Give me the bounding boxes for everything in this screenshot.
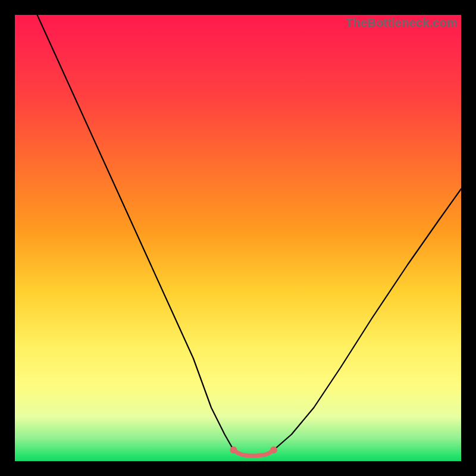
highlight-dot [230,446,237,453]
chart-frame: TheBottleneck.com [15,15,461,461]
curve-layer [15,15,461,461]
main-curve [37,15,462,456]
highlight-dot [270,446,277,453]
highlight-curve [234,450,274,456]
